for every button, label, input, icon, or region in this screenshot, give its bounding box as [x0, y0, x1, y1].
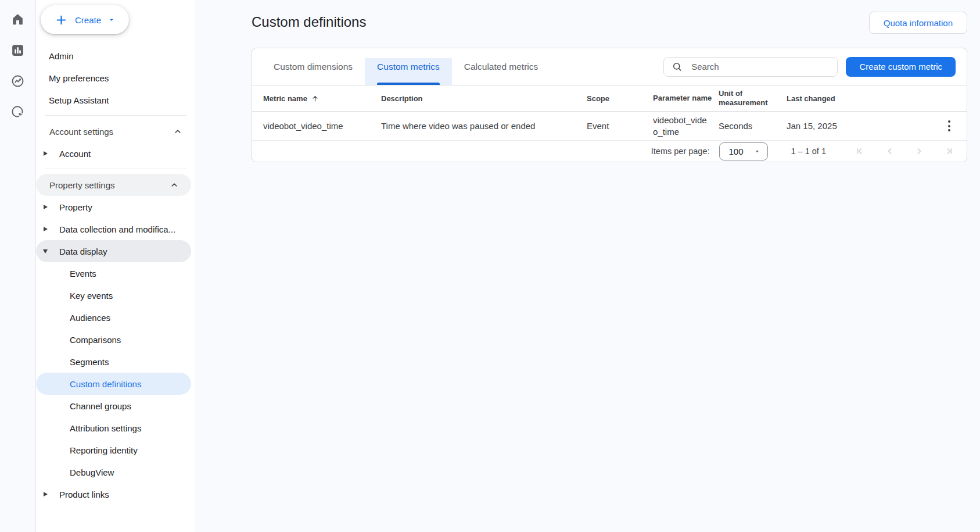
sidebar-item-debugview[interactable]: DebugView	[36, 461, 195, 483]
sidebar-item-label: Key events	[70, 291, 113, 301]
sidebar-divider	[45, 169, 186, 169]
sidebar-item-label: Events	[70, 269, 96, 279]
cell-unit: Seconds	[719, 121, 787, 131]
section-property-settings[interactable]: Property settings	[36, 174, 191, 196]
home-icon[interactable]	[10, 12, 25, 27]
sidebar-item-label: My preferences	[49, 73, 109, 83]
chevron-up-icon	[173, 126, 183, 137]
create-button-label: Create	[75, 15, 101, 25]
sidebar-item-reporting-identity[interactable]: Reporting identity	[36, 439, 195, 461]
column-scope: Scope	[587, 94, 653, 103]
explore-icon[interactable]	[10, 74, 25, 88]
column-parameter-name: Parameter name	[653, 94, 712, 103]
caret-right-icon	[41, 492, 50, 497]
last-page-icon[interactable]	[941, 144, 955, 158]
app-rail	[0, 0, 36, 532]
sidebar-item-label: Comparisons	[70, 335, 121, 345]
section-account-settings[interactable]: Account settings	[36, 120, 195, 142]
caret-right-icon	[41, 151, 50, 156]
cell-description: Time where video was paused or ended	[381, 121, 587, 131]
sidebar-item-label: Attribution settings	[70, 423, 141, 433]
chevron-down-icon	[108, 16, 115, 23]
pagination-range: 1 – 1 of 1	[791, 147, 826, 156]
sidebar-item-label: Segments	[70, 357, 109, 367]
previous-page-icon[interactable]	[883, 144, 897, 158]
chevron-up-icon	[169, 180, 180, 190]
caret-right-icon	[41, 227, 50, 231]
page-header: Custom definitions Quota information	[252, 12, 967, 34]
items-per-page-select[interactable]: 100	[719, 142, 768, 160]
items-per-page-label: Items per page:	[651, 147, 710, 156]
sidebar-item-label: DebugView	[70, 467, 114, 477]
create-custom-metric-button[interactable]: Create custom metric	[846, 57, 956, 77]
tab-custom-dimensions[interactable]: Custom dimensions	[261, 48, 365, 85]
admin-nav: Admin My preferences Setup Assistant Acc…	[36, 45, 195, 505]
cell-scope: Event	[587, 121, 653, 131]
cell-parameter-name: videobot_video_time	[653, 115, 711, 138]
cell-last-changed: Jan 15, 2025	[787, 121, 942, 131]
sidebar-item-label: Product links	[59, 490, 109, 499]
sidebar-item-channel-groups[interactable]: Channel groups	[36, 395, 195, 417]
section-label: Account settings	[49, 127, 113, 137]
page-title: Custom definitions	[252, 12, 366, 33]
app-root: Create Admin My preferences Setup Assist…	[0, 0, 980, 532]
quota-information-button[interactable]: Quota information	[869, 12, 967, 34]
table-header-row: Metric name Description Scope Parameter …	[252, 85, 967, 112]
reports-icon[interactable]	[10, 43, 25, 58]
sidebar-item-label: Channel groups	[70, 401, 131, 411]
column-last-changed: Last changed	[787, 94, 942, 103]
sidebar-item-custom-definitions-selected[interactable]: Custom definitions	[36, 373, 191, 395]
tab-label: Custom dimensions	[274, 62, 353, 72]
sidebar-item-label: Account	[59, 149, 91, 159]
tab-custom-metrics[interactable]: Custom metrics	[365, 48, 452, 85]
sidebar-item-label: Data display	[59, 247, 107, 256]
caret-right-icon	[41, 205, 50, 209]
sidebar-item-comparisons[interactable]: Comparisons	[36, 329, 195, 351]
search-icon	[672, 61, 683, 73]
sidebar-item-my-preferences[interactable]: My preferences	[36, 67, 195, 89]
admin-sidebar: Create Admin My preferences Setup Assist…	[36, 0, 195, 532]
sidebar-item-product-links[interactable]: Product links	[36, 483, 195, 505]
tabs: Custom dimensions Custom metrics Calcula…	[261, 48, 550, 85]
sidebar-item-setup-assistant[interactable]: Setup Assistant	[36, 89, 195, 111]
next-page-icon[interactable]	[912, 144, 926, 158]
column-metric-name[interactable]: Metric name	[263, 94, 381, 103]
search-input[interactable]	[690, 61, 829, 72]
custom-definitions-card: Custom dimensions Custom metrics Calcula…	[252, 48, 967, 162]
sidebar-item-property[interactable]: Property	[36, 196, 195, 218]
sidebar-item-events[interactable]: Events	[36, 262, 195, 284]
sidebar-item-label: Property	[59, 202, 92, 212]
sidebar-item-data-collection[interactable]: Data collection and modifica...	[36, 218, 195, 240]
sidebar-item-label: Audiences	[70, 313, 110, 323]
sort-ascending-icon	[311, 94, 320, 103]
sidebar-item-attribution-settings[interactable]: Attribution settings	[36, 417, 195, 439]
table-footer: Items per page: 100 1 – 1 of 1	[252, 141, 967, 162]
column-unit: Unit of measurement	[719, 89, 778, 108]
search-box[interactable]	[663, 57, 838, 77]
sidebar-item-data-display[interactable]: Data display	[36, 240, 191, 262]
cell-metric-name: videobot_video_time	[263, 121, 381, 131]
tab-label: Custom metrics	[377, 62, 440, 72]
section-label: Property settings	[49, 180, 115, 190]
first-page-icon[interactable]	[854, 144, 868, 158]
caret-down-icon	[754, 148, 760, 155]
tabs-row: Custom dimensions Custom metrics Calcula…	[252, 48, 967, 85]
column-label: Metric name	[263, 94, 307, 103]
sidebar-item-segments[interactable]: Segments	[36, 351, 195, 373]
advertising-icon[interactable]	[10, 105, 25, 119]
table-row: videobot_video_time Time where video was…	[252, 112, 967, 141]
column-description: Description	[381, 94, 587, 103]
sidebar-item-audiences[interactable]: Audiences	[36, 306, 195, 329]
pagination-controls	[854, 144, 955, 158]
caret-down-icon	[41, 249, 50, 253]
create-button[interactable]: Create	[41, 5, 129, 34]
sidebar-divider	[45, 115, 186, 116]
row-overflow-menu-icon[interactable]	[942, 116, 956, 136]
tab-calculated-metrics[interactable]: Calculated metrics	[452, 48, 551, 85]
sidebar-item-label: Setup Assistant	[49, 95, 109, 105]
sidebar-item-admin[interactable]: Admin	[36, 45, 195, 67]
main-content: Custom definitions Quota information Cus…	[195, 0, 980, 532]
sidebar-item-key-events[interactable]: Key events	[36, 284, 195, 306]
sidebar-item-account[interactable]: Account	[36, 142, 195, 165]
sidebar-item-label: Data collection and modifica...	[59, 224, 175, 234]
